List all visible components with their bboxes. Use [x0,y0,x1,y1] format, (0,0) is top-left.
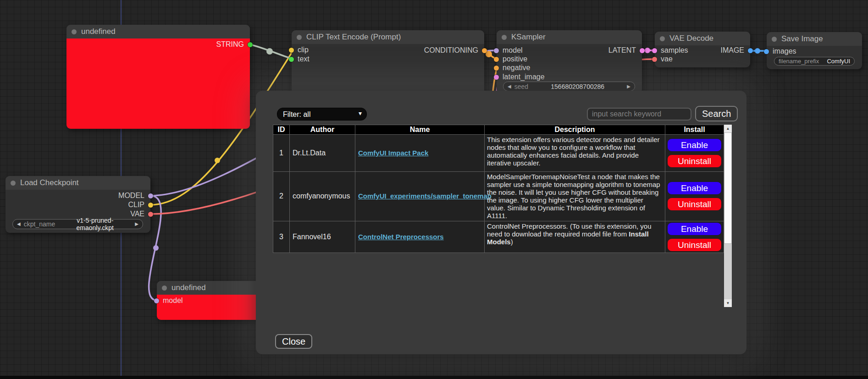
enable-button[interactable]: Enable [667,138,722,152]
node-title: undefined [171,283,206,292]
input-slot-latent-image[interactable]: latent_image [494,73,545,81]
close-button[interactable]: Close [275,334,312,349]
slot-label: model [163,297,183,305]
conditioning-slot-icon[interactable] [494,57,499,62]
vae-slot-icon[interactable] [652,57,657,62]
wire-dot[interactable] [153,245,159,251]
node-title-bar[interactable]: undefined [66,25,250,38]
image-slot-icon[interactable] [764,49,769,54]
uninstall-button[interactable]: Uninstall [667,238,722,252]
node-collapse-icon[interactable] [660,36,665,41]
uninstall-button[interactable]: Uninstall [667,198,722,211]
filename-prefix-widget[interactable]: filename_prefix ComfyUI [774,57,855,66]
node-load-checkpoint[interactable]: Load Checkpoint MODEL CLIP VAE ◀ ckpt_na… [6,176,150,233]
input-slot-positive[interactable]: positive [494,55,527,63]
latent-slot-icon[interactable] [640,48,645,53]
node-title-bar[interactable]: CLIP Text Encode (Prompt) [292,30,484,44]
node-undefined-top[interactable]: undefined STRING [66,25,250,129]
cell-description: ControlNet Preprocessors. (To use this e… [485,221,665,253]
latent-slot-icon[interactable] [494,75,499,80]
enable-button[interactable]: Enable [667,222,722,236]
output-slot-vae[interactable]: VAE [130,210,153,218]
node-collapse-icon[interactable] [502,35,507,40]
slot-label: LATENT [608,46,636,55]
comfyui-canvas[interactable]: undefined STRING CLIP Text Encode (Promp… [0,0,868,379]
clip-slot-icon[interactable] [148,203,153,208]
output-slot-clip[interactable]: CLIP [128,201,153,209]
conditioning-slot-icon[interactable] [482,48,487,53]
node-title-bar[interactable]: KSampler [497,30,642,44]
output-slot-model[interactable]: MODEL [118,192,153,200]
model-slot-icon[interactable] [148,193,153,198]
header-author: Author [290,125,355,135]
extension-link[interactable]: ComfyUI Impact Pack [358,149,428,157]
cell-author: Dr.Lt.Data [290,135,355,172]
scroll-down-icon[interactable]: ▼ [724,299,732,307]
search-button[interactable]: Search [695,106,738,121]
node-ksampler[interactable]: KSampler model positive negative latent_… [497,30,642,93]
node-title-bar[interactable]: VAE Decode [655,32,750,45]
input-slot-negative[interactable]: negative [494,64,531,72]
widget-label: filename_prefix [779,58,819,65]
text-slot-icon[interactable] [289,57,294,62]
vae-slot-icon[interactable] [148,212,153,217]
model-slot-icon[interactable] [154,298,159,303]
node-collapse-icon[interactable] [11,181,16,186]
wire-dot[interactable] [215,158,220,163]
node-collapse-icon[interactable] [72,29,77,34]
output-slot-conditioning[interactable]: CONDITIONING [424,46,487,55]
slot-label: negative [503,64,531,72]
input-slot-model[interactable]: model [154,297,183,305]
arrow-left-icon[interactable]: ◀ [508,84,511,89]
output-slot-image[interactable]: IMAGE [720,46,753,55]
enable-button[interactable]: Enable [667,181,722,195]
wire-dot[interactable] [755,48,760,54]
input-slot-model[interactable]: model [494,46,523,55]
scrollbar-thumb[interactable] [724,132,732,244]
table-scrollbar[interactable]: ▲ ▼ [724,125,732,307]
filter-select[interactable]: Filter: all [277,108,367,121]
uninstall-button[interactable]: Uninstall [667,154,722,168]
arrow-right-icon[interactable]: ▶ [627,84,630,89]
node-collapse-icon[interactable] [162,286,167,291]
node-collapse-icon[interactable] [297,35,302,40]
node-title-bar[interactable]: Save Image [767,32,862,46]
arrow-left-icon[interactable]: ◀ [17,222,21,226]
description-text: ModelSamplerTonemapNoiseTest a node that… [487,173,660,220]
latent-slot-icon[interactable] [652,48,657,53]
input-slot-text[interactable]: text [289,55,310,63]
cell-id: 1 [273,135,290,172]
node-collapse-icon[interactable] [772,37,777,42]
slot-label: positive [503,55,527,63]
description-text: This extension offers various detector n… [487,136,660,167]
string-slot-icon[interactable] [248,42,253,47]
model-slot-icon[interactable] [494,48,499,53]
node-title-bar[interactable]: Load Checkpoint [6,176,150,190]
seed-widget[interactable]: ◀ seed 156680208700286 ▶ [503,82,635,91]
image-slot-icon[interactable] [748,48,753,53]
clip-slot-icon[interactable] [289,48,294,53]
extension-link[interactable]: ControlNet Preprocessors [358,233,444,241]
cell-name: ComfyUI_experiments/sampler_tonemap [355,172,485,221]
input-slot-images[interactable]: images [764,47,796,55]
output-slot-string[interactable]: STRING [216,40,253,49]
cell-name: ControlNet Preprocessors [355,221,485,253]
arrow-right-icon[interactable]: ▶ [135,222,138,226]
scroll-up-icon[interactable]: ▲ [724,125,732,132]
widget-label: ckpt_name [24,220,55,228]
node-save-image[interactable]: Save Image images filename_prefix ComfyU… [767,32,862,69]
cell-id: 2 [273,172,290,221]
conditioning-slot-icon[interactable] [494,66,499,71]
extension-link[interactable]: ComfyUI_experiments/sampler_tonemap [358,192,492,200]
wire-dot[interactable] [645,48,650,53]
input-slot-clip[interactable]: clip [289,46,309,54]
node-title: KSampler [511,33,546,42]
description-text: ) [511,238,513,246]
search-input[interactable] [587,108,691,121]
node-vae-decode[interactable]: VAE Decode samples vae IMAGE [655,32,750,67]
input-slot-samples[interactable]: samples [652,46,688,55]
wire-dot[interactable] [266,48,273,55]
ckpt-name-widget[interactable]: ◀ ckpt_name v1-5-pruned-emaonly.ckpt ▶ [12,219,143,229]
output-slot-latent[interactable]: LATENT [608,46,645,55]
input-slot-vae[interactable]: vae [652,55,673,63]
